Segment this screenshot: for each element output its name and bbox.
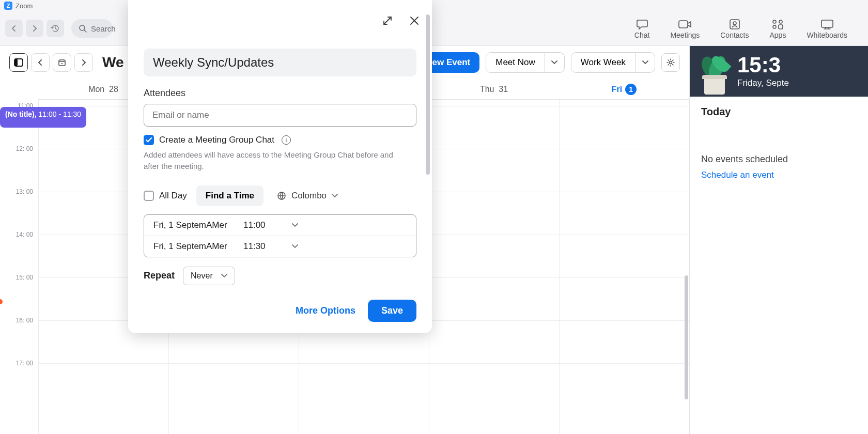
view-mode-button[interactable]: Work Week <box>571 52 636 73</box>
search-placeholder: Search <box>91 24 116 33</box>
meet-now-split: Meet Now <box>486 52 565 73</box>
svg-point-4 <box>773 20 776 23</box>
chevron-down-icon <box>551 60 557 65</box>
toggle-sidebar-button[interactable] <box>9 53 28 72</box>
prev-week-button[interactable] <box>31 53 50 72</box>
all-day-checkbox[interactable] <box>144 191 154 201</box>
schedule-event-link[interactable]: Schedule an event <box>701 170 857 180</box>
panel-icon <box>14 58 23 67</box>
svg-point-5 <box>779 20 782 23</box>
modal-scrollbar[interactable] <box>426 14 430 175</box>
find-a-time-button[interactable]: Find a Time <box>196 185 264 206</box>
chevron-down-icon <box>292 223 298 227</box>
svg-point-6 <box>773 25 776 28</box>
svg-rect-11 <box>59 60 65 66</box>
group-chat-help: Added attendees will have access to the … <box>144 149 402 172</box>
tab-contacts[interactable]: Contacts <box>720 18 749 39</box>
time-label: 14: 00 <box>16 231 33 238</box>
end-date: Fri, 1 SeptemAMer <box>153 241 231 252</box>
svg-rect-7 <box>779 25 783 29</box>
calendar-today-icon <box>58 58 66 67</box>
view-mode-dropdown[interactable] <box>636 52 655 73</box>
close-modal-button[interactable] <box>409 16 420 26</box>
time-label: 15: 00 <box>16 274 33 281</box>
day-header-fri[interactable]: Fri1 <box>559 79 689 100</box>
time-label: 17: 00 <box>16 360 33 367</box>
start-date: Fri, 1 SeptemAMer <box>153 220 231 230</box>
search-input[interactable]: Search <box>71 19 113 38</box>
nav-forward-button[interactable] <box>26 20 43 37</box>
whiteboard-icon <box>820 18 834 31</box>
end-datetime-row[interactable]: Fri, 1 SeptemAMer 11:30 <box>144 236 416 257</box>
svg-rect-10 <box>14 59 18 66</box>
svg-point-12 <box>61 63 63 64</box>
today-badge: 1 <box>625 84 637 95</box>
apps-icon <box>771 18 784 31</box>
expand-modal-button[interactable] <box>382 16 393 26</box>
today-button[interactable] <box>53 53 71 72</box>
more-options-link[interactable]: More Options <box>296 305 355 316</box>
view-split: Work Week <box>571 52 655 73</box>
time-label: 13: 00 <box>16 188 33 195</box>
tab-meetings[interactable]: Meetings <box>670 18 700 39</box>
nav-history-button[interactable] <box>47 20 64 37</box>
expand-icon <box>382 16 393 26</box>
meet-now-dropdown[interactable] <box>545 52 565 73</box>
chevron-down-icon <box>221 274 227 278</box>
datetime-box: Fri, 1 SeptemAMer 11:00 Fri, 1 SeptemAMe… <box>144 214 416 257</box>
attendees-label: Attendees <box>144 88 416 99</box>
tab-whiteboards[interactable]: Whiteboards <box>807 18 847 39</box>
chevron-left-icon <box>38 59 43 66</box>
tab-apps[interactable]: Apps <box>769 18 786 39</box>
app-name: Zoom <box>16 2 33 10</box>
close-icon <box>409 16 420 26</box>
timezone-label: Colombo <box>291 191 327 201</box>
time-label: 12: 00 <box>16 145 33 152</box>
group-chat-info-icon[interactable]: i <box>282 135 291 145</box>
end-time: 11:30 <box>243 241 280 252</box>
group-chat-checkbox[interactable] <box>144 135 154 145</box>
today-section: Today No events scheduled Schedule an ev… <box>690 97 868 190</box>
side-panel: 15:3 Friday, Septe Today No events sched… <box>690 46 868 434</box>
new-event-modal: Attendees Create a Meeting Group Chat i … <box>128 0 432 333</box>
event-title-input[interactable] <box>144 49 416 76</box>
group-chat-label: Create a Meeting Group Chat <box>159 135 274 145</box>
today-heading: Today <box>701 106 857 118</box>
svg-point-3 <box>733 22 736 25</box>
chevron-down-icon <box>642 60 648 65</box>
nav-back-button[interactable] <box>5 20 23 37</box>
check-icon <box>146 137 152 143</box>
chevron-down-icon <box>332 194 338 198</box>
grid-scrollbar[interactable] <box>685 275 688 399</box>
day-header-thu[interactable]: Thu 31 <box>429 79 559 100</box>
no-events-text: No events scheduled <box>701 154 857 165</box>
tab-chat[interactable]: Chat <box>634 18 650 39</box>
calendar-event[interactable]: (No title), 11:00 - 11:30 <box>0 107 86 128</box>
chat-icon <box>636 18 648 31</box>
time-gutter: 11:00 12: 00 13: 00 14: 00 15: 00 16: 00… <box>0 100 38 434</box>
all-day-label: All Day <box>159 191 187 201</box>
globe-icon <box>277 191 286 200</box>
repeat-select[interactable]: Never <box>183 267 235 285</box>
save-button[interactable]: Save <box>368 300 416 322</box>
repeat-label: Repeat <box>144 270 175 281</box>
chevron-left-icon <box>11 25 17 32</box>
clock-time: 15:3 <box>737 54 789 76</box>
start-time: 11:00 <box>243 220 280 230</box>
svg-rect-1 <box>679 21 688 28</box>
svg-rect-2 <box>730 20 739 29</box>
contacts-icon <box>729 18 741 31</box>
timezone-selector[interactable]: Colombo <box>277 191 338 201</box>
gear-icon <box>666 58 675 67</box>
next-week-button[interactable] <box>74 53 93 72</box>
chevron-right-icon <box>81 59 86 66</box>
attendees-input[interactable] <box>144 104 416 127</box>
meet-now-button[interactable]: Meet Now <box>486 52 545 73</box>
clock-card: 15:3 Friday, Septe <box>690 46 868 97</box>
calendar-settings-button[interactable] <box>661 53 680 72</box>
video-icon <box>678 18 692 31</box>
start-datetime-row[interactable]: Fri, 1 SeptemAMer 11:00 <box>144 215 416 236</box>
chevron-down-icon <box>292 244 298 249</box>
svg-rect-8 <box>822 20 833 27</box>
plant-illustration <box>699 48 730 95</box>
